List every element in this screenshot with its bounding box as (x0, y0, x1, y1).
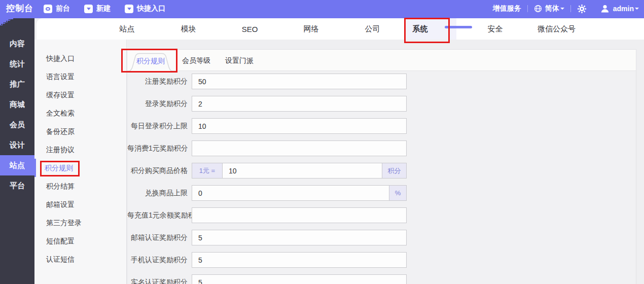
input-suffix-points: 积分 (382, 163, 407, 179)
menu-quick-entry[interactable]: 快捷入口 (125, 4, 165, 13)
form-row-points-price: 积分购买商品价格 1元 = 积分 (127, 163, 636, 179)
consume-points-input[interactable] (192, 140, 407, 156)
username-label: admin (613, 5, 634, 13)
form-row-register-points: 注册奖励积分 (127, 74, 636, 89)
form-row-realname-auth-points: 实名认证奖励积分 (127, 274, 636, 284)
subnav-auth-sms[interactable]: 认证短信 (34, 250, 126, 268)
tab-wechat[interactable]: 微信公众号 (526, 18, 587, 40)
settings-gear-icon[interactable] (577, 4, 587, 14)
subnav-language-settings[interactable]: 语言设置 (34, 67, 126, 86)
subnav-thirdparty-login[interactable]: 第三方登录 (34, 214, 126, 232)
sidebar-item-stats[interactable]: 统计 (0, 54, 34, 74)
user-menu[interactable]: admin (600, 4, 639, 14)
globe-icon (534, 5, 542, 13)
field-label: 实名认证奖励积分 (127, 278, 192, 284)
sidebar-top-decoration (0, 18, 34, 28)
subnav-quick-entry[interactable]: 快捷入口 (34, 49, 126, 67)
app-logo: 控制台 (6, 0, 33, 17)
field-label: 每日登录积分上限 (127, 122, 192, 131)
divider (527, 5, 528, 12)
content-tab-set-faction[interactable]: 设置门派 (225, 50, 254, 71)
subnav-fulltext-search[interactable]: 全文检索 (34, 104, 126, 122)
form-row-daily-login-limit: 每日登录积分上限 (127, 118, 636, 134)
menu-frontend-label: 前台 (56, 4, 70, 13)
active-tab-underline (445, 26, 472, 28)
topbar: 控制台 前台 新建 快捷入口 增值服务 简体 (0, 0, 644, 18)
language-label: 简体 (545, 4, 559, 13)
sidebar-item-mall[interactable]: 商城 (0, 94, 34, 115)
tab-security[interactable]: 安全 (464, 18, 526, 40)
content-tab-strip: 积分规则 会员等级 设置门派 (127, 50, 636, 71)
input-prefix-1yuan: 1元 = (192, 163, 222, 179)
field-label: 邮箱认证奖励积分 (127, 233, 192, 242)
subnav-backup-restore[interactable]: 备份还原 (34, 122, 126, 140)
content-panel: 积分规则 会员等级 设置门派 注册奖励积分 登录奖励积分 每日登录积分上限 每消… (127, 49, 636, 284)
field-label: 每消费1元奖励积分 (127, 144, 192, 153)
content-tab-member-level[interactable]: 会员等级 (182, 50, 210, 71)
form-row-login-points: 登录奖励积分 (127, 96, 636, 112)
sidebar-item-member[interactable]: 会员 (0, 115, 34, 135)
exchange-limit-input[interactable] (192, 185, 389, 201)
form-row-exchange-limit: 兑换商品上限 % (127, 185, 636, 201)
input-suffix-percent: % (389, 185, 407, 201)
menu-new-label: 新建 (96, 4, 111, 13)
mobile-auth-points-input[interactable] (192, 252, 407, 268)
main-tab-band: 站点 模块 SEO 网络 公司 系统 安全 微信公众号 (37, 18, 644, 40)
field-label: 每充值1元余额奖励积分 (127, 211, 192, 220)
main-tabs: 站点 模块 SEO 网络 公司 系统 安全 微信公众号 (96, 18, 587, 40)
sidebar-item-content[interactable]: 内容 (0, 33, 34, 54)
new-caret-icon (84, 5, 93, 13)
form-row-consume-points: 每消费1元奖励积分 (127, 140, 636, 156)
content-tab-points-rules-label: 积分规则 (124, 57, 177, 66)
points-rules-form: 注册奖励积分 登录奖励积分 每日登录积分上限 每消费1元奖励积分 积分购买商品价… (127, 71, 636, 284)
subnav-points-settlement[interactable]: 积分结算 (34, 177, 126, 195)
subnav-email-settings[interactable]: 邮箱设置 (34, 195, 126, 214)
menu-frontend[interactable]: 前台 (44, 4, 70, 13)
sidebar-item-design[interactable]: 设计 (0, 135, 34, 155)
tab-company[interactable]: 公司 (342, 18, 403, 40)
topbar-right: 增值服务 简体 admin (493, 0, 639, 17)
language-caret-icon (560, 8, 564, 10)
exchange-limit-group: % (192, 185, 407, 201)
field-label: 积分购买商品价格 (127, 166, 192, 175)
tab-site[interactable]: 站点 (96, 18, 158, 40)
field-label: 注册奖励积分 (127, 77, 192, 86)
menu-quick-entry-label: 快捷入口 (137, 4, 165, 13)
register-points-input[interactable] (192, 74, 407, 89)
topbar-menu: 前台 新建 快捷入口 (44, 0, 165, 17)
sidebar-item-promotion[interactable]: 推广 (0, 74, 34, 94)
login-points-input[interactable] (192, 96, 407, 112)
recharge-points-input[interactable] (192, 207, 407, 223)
quick-entry-caret-icon (125, 5, 133, 13)
subnav-cache-settings[interactable]: 缓存设置 (34, 86, 126, 104)
menu-new[interactable]: 新建 (84, 4, 111, 13)
form-row-mobile-auth-points: 手机认证奖励积分 (127, 252, 636, 268)
user-caret-icon (635, 8, 639, 10)
subnav-points-rules[interactable]: 积分规则 (34, 159, 126, 177)
subnav-sms-config[interactable]: 短信配置 (34, 232, 126, 250)
primary-sidebar: 内容 统计 推广 商城 会员 设计 站点 平台 (0, 18, 34, 284)
sidebar-item-site[interactable]: 站点 (0, 155, 34, 175)
language-switcher[interactable]: 简体 (534, 4, 564, 13)
tab-seo[interactable]: SEO (219, 18, 280, 40)
field-label: 手机认证奖励积分 (127, 256, 192, 265)
frontend-eye-icon (44, 5, 52, 13)
value-added-service-link[interactable]: 增值服务 (493, 4, 521, 13)
realname-auth-points-input[interactable] (192, 274, 407, 284)
content-tab-points-rules[interactable]: 积分规则 (124, 51, 177, 72)
sidebar-item-platform[interactable]: 平台 (0, 175, 34, 196)
field-label: 兑换商品上限 (127, 189, 192, 198)
tab-module[interactable]: 模块 (158, 18, 219, 40)
subnav-registration-agreement[interactable]: 注册协议 (34, 140, 126, 159)
tab-network[interactable]: 网络 (280, 18, 342, 40)
field-label: 登录奖励积分 (127, 99, 192, 109)
email-auth-points-input[interactable] (192, 230, 407, 245)
secondary-sidebar: 快捷入口 语言设置 缓存设置 全文检索 备份还原 注册协议 积分规则 积分结算 … (34, 40, 127, 284)
points-price-input[interactable] (222, 163, 382, 179)
points-price-group: 1元 = 积分 (192, 163, 407, 179)
primary-sidebar-items: 内容 统计 推广 商城 会员 设计 站点 平台 (0, 33, 34, 196)
daily-login-limit-input[interactable] (192, 118, 407, 134)
form-row-recharge-points: 每充值1元余额奖励积分 (127, 207, 636, 223)
form-row-email-auth-points: 邮箱认证奖励积分 (127, 230, 636, 245)
tab-system[interactable]: 系统 (403, 18, 464, 40)
